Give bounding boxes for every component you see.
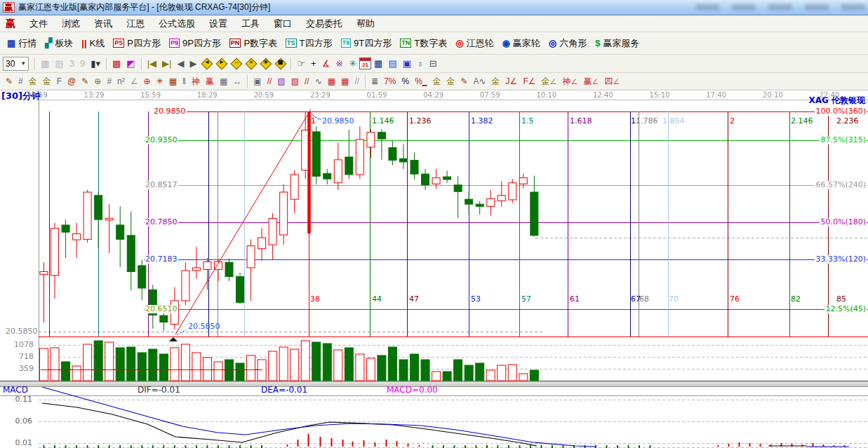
quotes-button[interactable]: ▦行情	[3, 36, 41, 51]
candle-style-icon[interactable]: ▮▾	[88, 57, 103, 70]
network-icon[interactable]: ♁	[414, 57, 427, 70]
ying-angle-tool[interactable]: 赢∠	[580, 75, 601, 88]
ruler-tool[interactable]: ≣	[368, 75, 381, 88]
p9-square-button[interactable]: P99P四方形	[165, 36, 225, 51]
fanbox-tool[interactable]: ▨	[274, 75, 288, 88]
rect-tool[interactable]: ▣	[251, 75, 264, 88]
menu-item-帮助[interactable]: 帮助	[349, 16, 382, 32]
compress-icon[interactable]: ×	[246, 58, 256, 69]
bars-tool[interactable]: ‖	[180, 75, 189, 88]
circle-grid-tool[interactable]: ⊕	[91, 75, 104, 88]
web-icon[interactable]: ✳	[346, 57, 359, 70]
pct-tool[interactable]: %	[399, 75, 413, 88]
menu-item-浏览[interactable]: 浏览	[55, 16, 87, 32]
redgrid-tool[interactable]: ▦	[325, 75, 338, 88]
grid123-tool[interactable]: ▦	[217, 75, 230, 88]
knot-icon[interactable]: ※	[333, 57, 346, 70]
menu-item-窗口[interactable]: 窗口	[267, 16, 299, 32]
si-angle-tool[interactable]: 四∠	[601, 75, 622, 88]
pen-tool[interactable]: ✎	[3, 75, 15, 88]
shen-tool[interactable]: 神	[189, 75, 203, 88]
crosshair-icon[interactable]: +	[308, 57, 319, 70]
bars9-icon[interactable]: 9	[77, 57, 88, 70]
chart-canvas[interactable]	[0, 90, 868, 448]
printer-icon[interactable]: ⊟	[427, 57, 440, 70]
hash-tool[interactable]: #	[104, 75, 114, 88]
menu-item-文件[interactable]: 文件	[22, 16, 55, 32]
kline-button[interactable]: ||K线	[77, 36, 109, 51]
gann-wheel-button[interactable]: ◎江恩轮	[451, 36, 498, 51]
diag-tool[interactable]: //	[302, 75, 312, 88]
blurred-control[interactable]	[805, 4, 829, 11]
prev-icon[interactable]: ◀	[174, 57, 187, 70]
last-icon[interactable]: ▶|	[159, 57, 174, 70]
winner-wheel-button[interactable]: ◉赢家轮	[498, 36, 545, 51]
fan-tool[interactable]: //	[265, 75, 275, 88]
bars3-icon[interactable]: 3	[67, 57, 77, 70]
p-number-table-button[interactable]: PNP数字表	[225, 36, 281, 51]
menu-item-交易委托[interactable]: 交易委托	[299, 16, 349, 32]
j-angle-tool[interactable]: J∠	[503, 75, 521, 88]
gold-under-tool[interactable]: 金	[489, 75, 503, 88]
expand-icon[interactable]: ✳	[260, 58, 271, 69]
angle-icon[interactable]: ∡	[319, 57, 333, 70]
boxdiag-tool[interactable]: ▧	[288, 75, 302, 88]
blurred-control[interactable]	[841, 4, 865, 11]
hand-icon[interactable]: ☞	[294, 57, 308, 70]
red-grid-icon[interactable]: ▩	[109, 57, 123, 70]
menu-item-资讯[interactable]: 资讯	[87, 16, 119, 32]
blurred-control[interactable]	[732, 4, 756, 11]
angle-gray-tool[interactable]: ∠	[128, 75, 141, 88]
first-icon[interactable]: |◀	[145, 57, 159, 70]
ying-tool[interactable]: 赢	[203, 75, 217, 88]
pct7-tool[interactable]: 7%	[381, 75, 399, 88]
colored-chart-icon[interactable]: ◩	[123, 57, 138, 70]
square-web-tool[interactable]: ▦	[166, 75, 180, 88]
hexagon-button[interactable]: ◎六角形	[545, 36, 591, 51]
chart-area[interactable]: [30]分钟 XAG 伦敦银现 10:5913:2915:5918:2920:5…	[0, 90, 868, 448]
grid-tool[interactable]: #	[15, 75, 26, 88]
pen-bars-tool[interactable]: ✎	[458, 75, 470, 88]
target-tool[interactable]: ⊕	[141, 75, 154, 88]
sectors-button[interactable]: ▞板块	[41, 36, 77, 51]
diag2-tool[interactable]: //	[352, 75, 362, 88]
gold-grid-tool[interactable]: 金	[26, 75, 40, 88]
blurred-control[interactable]	[695, 4, 719, 11]
t9-square-button[interactable]: T99T四方形	[337, 36, 396, 51]
menu-item-工具[interactable]: 工具	[234, 16, 267, 32]
net-icon[interactable]: ▩	[38, 57, 52, 70]
zoom-right-icon[interactable]: ►	[216, 58, 227, 69]
spiral-tool[interactable]: @	[65, 75, 79, 88]
gold-circle-tool[interactable]: 金	[429, 75, 443, 88]
notepad-icon[interactable]: ▤	[385, 57, 399, 70]
blurred-control[interactable]	[768, 4, 792, 11]
harrow-tool[interactable]: ↔	[230, 75, 244, 88]
gold-line-tool[interactable]: 金	[443, 75, 458, 88]
save-icon[interactable]: ▣	[400, 57, 414, 70]
wave-tool[interactable]: ∿	[312, 75, 325, 88]
f-angle-tool[interactable]: F∠	[520, 75, 538, 88]
redgrid2-tool[interactable]: ▦	[338, 75, 352, 88]
f-grid-tool[interactable]: F	[54, 75, 65, 88]
menu-item-江恩[interactable]: 江恩	[119, 16, 152, 32]
gold-angle-tool[interactable]: 金∠	[538, 75, 559, 88]
menu-item-公式选股[interactable]: 公式选股	[152, 16, 202, 32]
window-controls-blurred[interactable]	[695, 4, 865, 11]
calculator-icon[interactable]: ▦	[371, 57, 385, 70]
pctline-tool[interactable]: %‗	[412, 75, 429, 88]
n2-tool[interactable]: n²	[114, 75, 128, 88]
pane-splitter[interactable]	[0, 381, 868, 387]
web-tool[interactable]: ✳	[154, 75, 166, 88]
zoom-left-icon[interactable]: ◄	[201, 58, 212, 69]
zoom-h-icon[interactable]: ↔	[231, 58, 241, 69]
pen2-tool[interactable]: ✎	[79, 75, 91, 88]
clipboard-icon[interactable]: ▤	[53, 57, 67, 70]
winner-service-button[interactable]: $赢家服务	[591, 36, 643, 51]
calendar-icon[interactable]: 21	[359, 57, 371, 69]
t-number-table-button[interactable]: TNT数字表	[396, 36, 451, 51]
t-square-button[interactable]: TST四方形	[281, 36, 336, 51]
p-square-button[interactable]: PSP四方形	[109, 36, 165, 51]
a-wave-tool[interactable]: A∿	[471, 75, 489, 88]
shen-angle-tool[interactable]: 神∠	[559, 75, 580, 88]
menu-item-设置[interactable]: 设置	[202, 16, 234, 32]
